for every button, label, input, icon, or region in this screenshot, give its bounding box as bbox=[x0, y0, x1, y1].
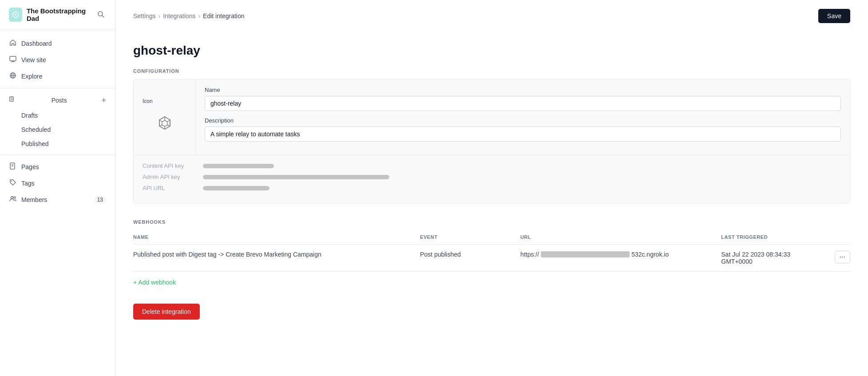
config-fields: Name Description bbox=[196, 79, 850, 155]
sidebar-item-published[interactable]: Published bbox=[0, 137, 115, 151]
content-api-row: Content API key bbox=[143, 162, 841, 169]
api-url-row: API URL bbox=[143, 185, 841, 191]
col-last-triggered: LAST TRIGGERED bbox=[721, 230, 821, 245]
integration-icon bbox=[152, 111, 177, 136]
sidebar-item-scheduled[interactable]: Scheduled bbox=[0, 123, 115, 137]
breadcrumb-integrations[interactable]: Integrations bbox=[163, 12, 195, 20]
tag-icon bbox=[9, 179, 17, 187]
admin-api-row: Admin API key bbox=[143, 174, 841, 180]
house-icon bbox=[9, 39, 17, 47]
brand: The Bootstrapping Dad bbox=[9, 7, 95, 22]
svg-point-17 bbox=[14, 197, 16, 198]
sidebar-item-pages-label: Pages bbox=[21, 163, 39, 170]
pages-icon bbox=[9, 162, 17, 171]
col-url: URL bbox=[520, 230, 721, 245]
main-content: Settings › Integrations › Edit integrati… bbox=[115, 0, 868, 376]
api-url-value bbox=[203, 186, 270, 190]
sidebar-item-view-site-label: View site bbox=[21, 56, 46, 63]
content-api-label: Content API key bbox=[143, 162, 196, 169]
admin-api-label: Admin API key bbox=[143, 174, 196, 180]
webhook-url-suffix: 532c.ngrok.io bbox=[631, 251, 669, 258]
icon-column: Icon bbox=[134, 79, 196, 155]
members-badge: 13 bbox=[94, 196, 106, 203]
sidebar-item-members[interactable]: Members 13 bbox=[0, 191, 115, 208]
top-bar: Settings › Integrations › Edit integrati… bbox=[115, 0, 868, 32]
monitor-icon bbox=[9, 55, 17, 64]
sidebar-item-explore[interactable]: Explore bbox=[0, 68, 115, 84]
nav-divider-2 bbox=[0, 154, 115, 155]
webhook-event: Post published bbox=[420, 251, 461, 258]
brand-logo bbox=[11, 10, 20, 19]
col-event: EVENT bbox=[420, 230, 520, 245]
sidebar-item-pages[interactable]: Pages bbox=[0, 158, 115, 175]
svg-marker-19 bbox=[162, 120, 167, 127]
svg-point-15 bbox=[11, 181, 12, 182]
icon-label: Icon bbox=[143, 98, 153, 104]
sidebar-item-published-label: Published bbox=[21, 140, 49, 147]
breadcrumb-sep-2: › bbox=[198, 12, 200, 20]
sidebar-item-dashboard[interactable]: Dashboard bbox=[0, 35, 115, 51]
sidebar-header: The Bootstrapping Dad bbox=[0, 0, 115, 30]
sidebar-item-scheduled-label: Scheduled bbox=[21, 126, 51, 133]
admin-api-value bbox=[203, 175, 389, 179]
add-webhook-label: + Add webhook bbox=[133, 279, 176, 286]
col-actions bbox=[821, 230, 850, 245]
posts-add-button[interactable]: + bbox=[101, 96, 106, 104]
globe-icon bbox=[9, 72, 17, 80]
sidebar-nav: Dashboard View site Explore Posts + Draf… bbox=[0, 30, 115, 213]
svg-point-0 bbox=[15, 14, 16, 16]
brand-name: The Bootstrapping Dad bbox=[27, 7, 95, 22]
description-input[interactable] bbox=[205, 127, 841, 142]
col-name: NAME bbox=[133, 230, 420, 245]
webhook-url-blur bbox=[541, 251, 630, 257]
save-button[interactable]: Save bbox=[818, 9, 850, 23]
cube-icon bbox=[154, 113, 175, 135]
sidebar-item-dashboard-label: Dashboard bbox=[21, 40, 52, 47]
webhooks-table: NAME EVENT URL LAST TRIGGERED Published … bbox=[133, 230, 850, 272]
content-api-value bbox=[203, 164, 274, 168]
config-section-label: CONFIGURATION bbox=[133, 68, 850, 74]
breadcrumb: Settings › Integrations › Edit integrati… bbox=[133, 12, 245, 20]
config-top: Icon bbox=[134, 79, 850, 155]
svg-line-2 bbox=[102, 16, 104, 17]
sidebar-item-drafts-label: Drafts bbox=[21, 112, 38, 119]
webhook-last-triggered: Sat Jul 22 2023 08:34:33 GMT+0000 bbox=[721, 251, 790, 265]
delete-integration-button[interactable]: Delete integration bbox=[133, 304, 200, 320]
sidebar: The Bootstrapping Dad Dashboard View sit… bbox=[0, 0, 115, 376]
sidebar-item-explore-label: Explore bbox=[21, 73, 42, 80]
breadcrumb-edit-integration: Edit integration bbox=[203, 12, 244, 20]
webhook-menu-button[interactable]: ··· bbox=[835, 251, 850, 263]
webhook-name: Published post with Digest tag -> Create… bbox=[133, 251, 321, 258]
sidebar-item-tags-label: Tags bbox=[21, 180, 35, 187]
table-row: Published post with Digest tag -> Create… bbox=[133, 245, 850, 272]
sidebar-posts-label: Posts bbox=[52, 97, 67, 104]
svg-rect-9 bbox=[10, 97, 13, 101]
posts-icon bbox=[9, 96, 17, 104]
sidebar-item-members-label: Members bbox=[21, 196, 47, 203]
breadcrumb-settings[interactable]: Settings bbox=[133, 12, 156, 20]
webhooks-section: WEBHOOKS NAME EVENT URL LAST TRIGGERED P… bbox=[133, 219, 850, 288]
search-icon bbox=[97, 11, 104, 18]
webhook-url: https:// 532c.ngrok.io bbox=[520, 251, 721, 258]
api-keys-section: Content API key Admin API key API URL bbox=[134, 155, 850, 203]
brand-icon bbox=[9, 8, 22, 22]
config-card: Icon bbox=[133, 79, 850, 203]
nav-divider bbox=[0, 88, 115, 88]
description-label: Description bbox=[205, 117, 841, 124]
page-content: ghost-relay CONFIGURATION Icon bbox=[133, 44, 850, 320]
name-input[interactable] bbox=[205, 96, 841, 111]
sidebar-item-posts[interactable]: Posts + bbox=[0, 92, 115, 108]
sidebar-item-tags[interactable]: Tags bbox=[0, 175, 115, 191]
add-webhook-button[interactable]: + Add webhook bbox=[133, 277, 176, 288]
sidebar-item-drafts[interactable]: Drafts bbox=[0, 108, 115, 123]
svg-rect-3 bbox=[10, 56, 16, 61]
api-url-label: API URL bbox=[143, 185, 196, 191]
sidebar-item-view-site[interactable]: View site bbox=[0, 51, 115, 68]
page-title: ghost-relay bbox=[133, 44, 850, 58]
webhooks-section-label: WEBHOOKS bbox=[133, 219, 850, 225]
name-label: Name bbox=[205, 87, 841, 93]
breadcrumb-sep-1: › bbox=[159, 12, 161, 20]
users-icon bbox=[9, 195, 17, 204]
search-button[interactable] bbox=[95, 9, 106, 21]
webhook-url-prefix: https:// bbox=[520, 251, 539, 258]
